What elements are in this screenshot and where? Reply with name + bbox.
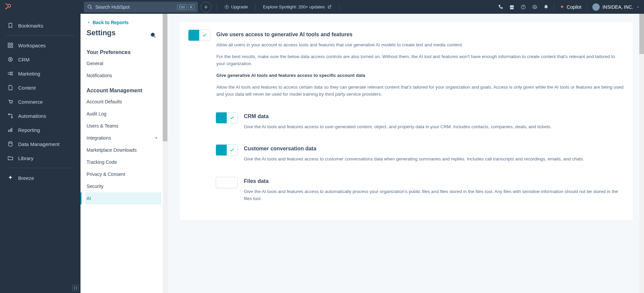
global-search[interactable]: Search HubSpot CtrlK bbox=[84, 2, 198, 12]
nav-library[interactable]: Library bbox=[5, 151, 76, 165]
toggle-title: CRM data bbox=[244, 113, 624, 119]
toggle-desc: Allow the AI tools and features to acces… bbox=[216, 84, 624, 98]
copilot-button[interactable]: ✦ Copilot bbox=[560, 4, 582, 10]
svg-point-17 bbox=[8, 114, 10, 115]
toggle-desc: Give the AI tools and features access to… bbox=[244, 124, 624, 131]
chevron-down-icon bbox=[636, 5, 640, 9]
settings-icon[interactable] bbox=[532, 4, 537, 10]
sparkle-icon: ✦ bbox=[560, 4, 564, 10]
svg-line-4 bbox=[6, 4, 8, 5]
nav-bookmarks[interactable]: Bookmarks bbox=[5, 18, 76, 33]
upgrade-link[interactable]: Upgrade bbox=[222, 4, 250, 9]
hubspot-logo[interactable] bbox=[4, 3, 11, 11]
svg-line-24 bbox=[154, 36, 156, 38]
toggle-crm-data[interactable] bbox=[216, 112, 238, 124]
separator bbox=[554, 4, 554, 10]
svg-rect-12 bbox=[11, 46, 13, 48]
toggle-generative-ai[interactable] bbox=[188, 30, 210, 41]
create-button[interactable] bbox=[201, 2, 211, 12]
svg-point-5 bbox=[5, 3, 6, 4]
upgrade-icon bbox=[224, 5, 229, 9]
notifications-icon[interactable] bbox=[543, 4, 549, 10]
settings-item-integrations[interactable]: Integrations bbox=[85, 132, 161, 144]
nav-crm[interactable]: CRM bbox=[5, 52, 76, 66]
back-link[interactable]: Back to Reports bbox=[87, 20, 161, 25]
database-icon bbox=[7, 141, 13, 147]
grid-icon bbox=[7, 42, 13, 48]
svg-point-23 bbox=[151, 33, 154, 36]
svg-point-14 bbox=[10, 59, 11, 60]
search-icon[interactable] bbox=[150, 32, 157, 39]
help-icon[interactable] bbox=[521, 4, 526, 10]
settings-sidebar: Back to Reports Settings Your Preference… bbox=[80, 14, 168, 293]
flow-icon bbox=[7, 113, 13, 119]
toggle-desc: Give the AI tools and features access to… bbox=[244, 156, 624, 163]
settings-item-tracking-code[interactable]: Tracking Code bbox=[85, 156, 161, 168]
nav-breeze[interactable]: Breeze bbox=[5, 171, 76, 185]
svg-point-16 bbox=[11, 103, 12, 104]
svg-point-13 bbox=[8, 57, 12, 61]
settings-item-ai[interactable]: AI bbox=[85, 192, 161, 204]
bookmark-icon bbox=[7, 22, 13, 29]
phone-icon[interactable] bbox=[498, 4, 503, 10]
marketplace-icon[interactable] bbox=[509, 4, 515, 10]
toggle-files-data[interactable] bbox=[216, 177, 238, 188]
separator bbox=[217, 4, 217, 10]
scroll-thumb[interactable] bbox=[639, 14, 644, 54]
svg-rect-11 bbox=[8, 46, 10, 48]
scroll-thumb[interactable] bbox=[163, 14, 167, 141]
settings-title: Settings bbox=[87, 29, 116, 37]
toggle-desc: Give the AI tools and features access to… bbox=[244, 188, 624, 202]
svg-point-8 bbox=[523, 8, 523, 8]
megaphone-icon bbox=[7, 70, 13, 77]
expand-nav-button[interactable] bbox=[72, 285, 78, 291]
bars-icon bbox=[7, 127, 13, 133]
folder-icon bbox=[7, 155, 13, 161]
avatar bbox=[592, 3, 600, 11]
toggle-title: Give users access to generative AI tools… bbox=[216, 32, 624, 38]
file-icon bbox=[7, 85, 13, 91]
settings-item-privacy-consent[interactable]: Privacy & Consent bbox=[85, 168, 161, 180]
nav-content[interactable]: Content bbox=[5, 81, 76, 95]
separator bbox=[255, 4, 256, 10]
ai-settings-card: Give users access to generative AI tools… bbox=[179, 21, 633, 221]
settings-item-users-teams[interactable]: Users & Teams bbox=[85, 120, 161, 132]
settings-item-general[interactable]: General bbox=[85, 57, 161, 69]
svg-rect-21 bbox=[11, 128, 12, 132]
settings-item-notifications[interactable]: Notifications bbox=[85, 69, 161, 82]
main-content: Give users access to generative AI tools… bbox=[168, 14, 644, 293]
external-link-icon bbox=[327, 5, 332, 9]
svg-rect-19 bbox=[8, 130, 9, 132]
primary-nav: Bookmarks Workspaces CRM Marketing Conte… bbox=[0, 14, 80, 293]
svg-rect-9 bbox=[8, 43, 10, 45]
scrollbar[interactable] bbox=[639, 14, 644, 293]
nav-data-management[interactable]: Data Management bbox=[5, 137, 76, 151]
nav-commerce[interactable]: Commerce bbox=[5, 95, 76, 109]
settings-item-marketplace-downloads[interactable]: Marketplace Downloads bbox=[85, 144, 161, 156]
account-menu[interactable]: INSIDEA, INC. bbox=[592, 3, 640, 11]
scrollbar[interactable] bbox=[163, 14, 167, 293]
settings-item-account-defaults[interactable]: Account Defaults bbox=[85, 96, 161, 108]
spotlight-link[interactable]: Explore Spotlight: 200+ updates bbox=[261, 4, 334, 9]
toggle-desc: Allow all users in your account to acces… bbox=[216, 42, 624, 49]
svg-point-18 bbox=[11, 117, 13, 118]
nav-reporting[interactable]: Reporting bbox=[5, 123, 76, 137]
toggle-title: Customer conversation data bbox=[244, 146, 624, 152]
check-icon bbox=[229, 147, 235, 153]
group-account: Account Management bbox=[87, 88, 161, 94]
separator bbox=[339, 4, 339, 10]
nav-marketing[interactable]: Marketing bbox=[5, 66, 76, 81]
settings-item-audit-log[interactable]: Audit Log bbox=[85, 108, 161, 120]
check-icon bbox=[202, 33, 207, 38]
target-icon bbox=[7, 56, 13, 62]
nav-workspaces[interactable]: Workspaces bbox=[5, 38, 76, 52]
chevron-left-icon bbox=[87, 20, 91, 25]
svg-rect-10 bbox=[11, 43, 13, 45]
toggle-conversation-data[interactable] bbox=[216, 144, 238, 156]
nav-automations[interactable]: Automations bbox=[5, 109, 76, 123]
settings-item-security[interactable]: Security bbox=[85, 180, 161, 192]
cart-icon bbox=[7, 99, 13, 105]
check-icon bbox=[229, 115, 235, 120]
topbar: Search HubSpot CtrlK Upgrade Explore Spo… bbox=[0, 0, 644, 14]
sparkle-icon bbox=[7, 175, 13, 181]
